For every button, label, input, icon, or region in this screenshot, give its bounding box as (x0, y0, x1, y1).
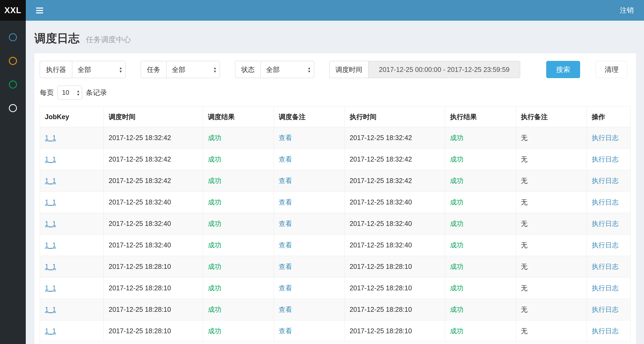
job-filter-label: 任务 (141, 61, 166, 78)
cell-sched_remark: 查看 (274, 256, 345, 277)
cell-sched_remark: 查看 (274, 170, 345, 192)
job-select-value: 全部 (172, 65, 185, 74)
sched_remark-link[interactable]: 查看 (279, 177, 292, 184)
table-row: 1_12017-12-25 18:32:42成功查看2017-12-25 18:… (40, 127, 631, 149)
column-header-sched_time[interactable]: 调度时间 (104, 107, 203, 127)
logout-link[interactable]: 注销 (620, 6, 634, 15)
exec_time-text: 2017-12-25 18:28:10 (350, 263, 412, 270)
jobkey-link[interactable]: 1_1 (45, 306, 56, 313)
sched_time-text: 2017-12-25 18:32:42 (108, 134, 171, 141)
exec_result-text: 成功 (450, 263, 463, 270)
sched_remark-link[interactable]: 查看 (279, 327, 292, 335)
cell-sched_result: 成功 (203, 127, 274, 149)
cell-exec_result: 成功 (445, 299, 516, 320)
cell-exec_time: 2017-12-25 18:28:10 (345, 299, 445, 320)
exec_time-text: 2017-12-25 18:32:40 (350, 198, 412, 206)
status-select[interactable]: 全部 ▴▾ (261, 61, 314, 78)
cell-sched_time: 2017-12-25 18:32:40 (104, 192, 203, 213)
exec_time-text: 2017-12-25 18:32:42 (350, 155, 412, 163)
column-header-exec_remark[interactable]: 执行备注 (516, 107, 587, 127)
page-size-row: 每页 10 ▴▾ 条记录 (40, 86, 631, 100)
sched_remark-link[interactable]: 查看 (279, 284, 292, 292)
jobkey-link[interactable]: 1_1 (45, 284, 56, 292)
action-link[interactable]: 执行日志 (592, 284, 618, 292)
cell-sched_result: 成功 (203, 277, 274, 299)
column-header-sched_result[interactable]: 调度结果 (203, 107, 274, 127)
cell-jobkey: 1_1 (40, 277, 104, 299)
sched_time-text: 2017-12-25 18:32:40 (108, 220, 171, 227)
sched_time-text: 2017-12-25 18:32:40 (108, 241, 171, 249)
column-header-action[interactable]: 操作 (587, 107, 631, 127)
jobkey-link[interactable]: 1_1 (45, 198, 56, 206)
jobkey-link[interactable]: 1_1 (45, 241, 56, 249)
cell-exec_result: 成功 (445, 277, 516, 299)
page-size-select[interactable]: 10 ▴▾ (57, 86, 82, 100)
time-range-input[interactable] (368, 61, 520, 78)
page-size-prefix: 每页 (40, 88, 54, 97)
cell-jobkey: 1_1 (40, 320, 104, 342)
exec_result-text: 成功 (450, 306, 463, 313)
cell-action: 执行日志 (587, 170, 631, 192)
sched_remark-link[interactable]: 查看 (279, 155, 292, 163)
sched_remark-link[interactable]: 查看 (279, 134, 292, 141)
sidebar-item-2[interactable] (0, 49, 26, 73)
exec_result-text: 成功 (450, 241, 463, 249)
column-header-jobkey[interactable]: JobKey (40, 107, 104, 127)
cell-action: 执行日志 (587, 127, 631, 149)
cell-action: 执行日志 (587, 213, 631, 235)
sched_remark-link[interactable]: 查看 (279, 220, 292, 227)
sched_result-text: 成功 (208, 241, 221, 249)
content: 调度日志 任务调度中心 执行器 全部 ▴▾ 任务 全部 ▴▾ 状态 (26, 0, 644, 344)
action-link[interactable]: 执行日志 (592, 241, 618, 249)
clear-button[interactable]: 清理 (596, 61, 627, 78)
time-filter-label: 调度时间 (329, 61, 368, 78)
job-select[interactable]: 全部 ▴▾ (166, 61, 220, 78)
exec_time-text: 2017-12-25 18:32:40 (350, 220, 412, 227)
jobkey-link[interactable]: 1_1 (45, 155, 56, 163)
exec_result-text: 成功 (450, 134, 463, 141)
column-header-sched_remark[interactable]: 调度备注 (274, 107, 345, 127)
jobkey-link[interactable]: 1_1 (45, 177, 56, 184)
action-link[interactable]: 执行日志 (592, 220, 618, 227)
action-link[interactable]: 执行日志 (592, 155, 618, 163)
jobkey-link[interactable]: 1_1 (45, 263, 56, 270)
cell-action: 执行日志 (587, 277, 631, 299)
column-header-exec_time[interactable]: 执行时间 (345, 107, 445, 127)
cell-sched_result: 成功 (203, 256, 274, 277)
circle-outline-icon (9, 33, 17, 41)
table-row: 1_12017-12-25 18:32:40成功查看2017-12-25 18:… (40, 213, 631, 235)
jobkey-link[interactable]: 1_1 (45, 220, 56, 227)
sched_remark-link[interactable]: 查看 (279, 241, 292, 249)
sidebar-item-3[interactable] (0, 73, 26, 96)
cell-exec_remark: 无 (516, 127, 587, 149)
jobkey-link[interactable]: 1_1 (45, 134, 56, 141)
column-header-exec_result[interactable]: 执行结果 (445, 107, 516, 127)
sched_result-text: 成功 (208, 134, 221, 141)
action-link[interactable]: 执行日志 (592, 134, 618, 141)
app-logo[interactable]: XXL (0, 0, 26, 21)
cell-jobkey: 1_1 (40, 213, 104, 235)
exec_result-text: 成功 (450, 284, 463, 292)
sidebar-toggle-icon[interactable] (35, 5, 44, 16)
time-filter-group: 调度时间 (329, 61, 520, 78)
exec_remark-text: 无 (521, 198, 527, 206)
sched_remark-link[interactable]: 查看 (279, 263, 292, 270)
executor-select[interactable]: 全部 ▴▾ (72, 61, 126, 78)
sched_remark-link[interactable]: 查看 (279, 198, 292, 206)
cell-sched_remark: 查看 (274, 192, 345, 213)
table-row: 1_12017-12-25 18:28:10成功查看2017-12-25 18:… (40, 277, 631, 299)
sched_result-text: 成功 (208, 306, 221, 313)
cell-sched_result: 成功 (203, 170, 274, 192)
sched_remark-link[interactable]: 查看 (279, 306, 292, 313)
sidebar-menu (0, 25, 26, 120)
sidebar-item-4[interactable] (0, 96, 26, 120)
jobkey-link[interactable]: 1_1 (45, 327, 56, 335)
action-link[interactable]: 执行日志 (592, 198, 618, 206)
action-link[interactable]: 执行日志 (592, 263, 618, 270)
cell-sched_time: 2017-12-25 18:32:40 (104, 213, 203, 235)
search-button[interactable]: 搜索 (546, 61, 580, 78)
sidebar-item-1[interactable] (0, 25, 26, 49)
action-link[interactable]: 执行日志 (592, 306, 618, 313)
action-link[interactable]: 执行日志 (592, 177, 618, 184)
action-link[interactable]: 执行日志 (592, 327, 618, 335)
